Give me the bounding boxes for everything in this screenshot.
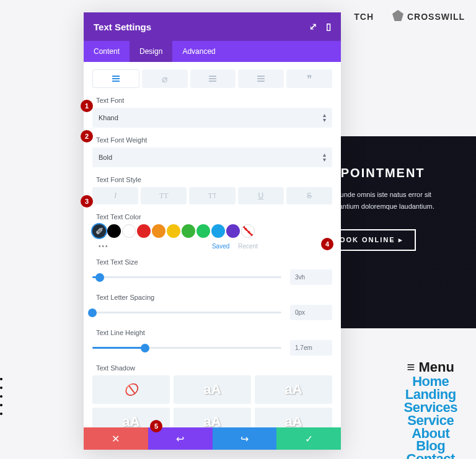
annotation-badge-3: 3 [81, 195, 93, 208]
shadow-label: Text Shadow [92, 364, 332, 372]
panel-title: Text Settings [94, 22, 151, 32]
text-tab-paragraph[interactable] [92, 69, 139, 88]
font-label: Text Font [92, 97, 332, 104]
weight-field: Text Font Weight Bold ▴▾ [92, 136, 332, 167]
shadow-preset-1[interactable]: aA [174, 375, 251, 404]
panel-header: Text Settings ⤢ ▯ [84, 12, 341, 41]
panel-tabs: Content Design Advanced [84, 41, 341, 62]
hero-body: iciatis unde omnis iste natus error sit … [321, 189, 464, 212]
chevron-updown-icon: ▴▾ [323, 113, 326, 123]
smallcaps-button[interactable]: TT [189, 187, 235, 204]
font-field: Text Font Khand ▴▾ [92, 97, 332, 128]
font-select[interactable]: Khand ▴▾ [92, 108, 332, 128]
size-slider[interactable] [92, 271, 281, 284]
annotation-badge-5: 5 [150, 420, 162, 432]
eyedropper-icon[interactable]: ✐ [92, 224, 106, 238]
color-swatch[interactable] [182, 224, 195, 238]
shadow-preset-5[interactable]: aA [255, 408, 332, 427]
letter-field: Text Letter Spacing 0px [92, 294, 332, 320]
mobile-menu: Menu HomeLandingServicesServiceAboutBlog… [403, 359, 457, 459]
text-tab-link[interactable]: ⌀ [142, 69, 188, 88]
cancel-button[interactable]: ✕ [84, 427, 148, 450]
letter-input[interactable]: 0px [290, 305, 332, 320]
line-input[interactable]: 1.7em [290, 340, 332, 356]
expand-icon[interactable]: ⤢ [309, 21, 317, 32]
color-swatch[interactable] [107, 224, 121, 238]
line-field: Text Line Height 1.7em [92, 329, 332, 356]
color-transparent[interactable] [241, 224, 255, 238]
shadow-preset-2[interactable]: aA [255, 375, 332, 404]
annotation-badge-2: 2 [81, 130, 93, 142]
color-swatch[interactable] [167, 224, 180, 238]
text-type-tabs: ⌀ ❞ [92, 69, 332, 88]
panel-action-bar: ✕ ↩ ↪ ✓ [84, 427, 341, 450]
text-tab-ul[interactable] [190, 69, 236, 88]
size-label: Text Text Size [92, 258, 332, 266]
text-tab-ol[interactable] [238, 69, 284, 88]
panel-body: ⌀ ❞ Text Font Khand ▴▾ Text Font Weight … [84, 62, 341, 427]
paragraph-icon [112, 78, 120, 79]
weight-select[interactable]: Bold ▴▾ [92, 147, 332, 167]
recent-colors-tab[interactable]: Recent [238, 243, 258, 250]
page-dots [0, 378, 2, 421]
brand-name: CROSSWILL [407, 12, 465, 22]
color-swatch[interactable] [137, 224, 151, 238]
color-swatch[interactable] [226, 224, 240, 238]
chevron-updown-icon: ▴▾ [323, 152, 326, 162]
menu-items: HomeLandingServicesServiceAboutBlogConta… [403, 375, 457, 459]
weight-label: Text Font Weight [92, 136, 332, 144]
style-field: Text Font Style I TT TT U S [92, 176, 332, 204]
color-swatch[interactable] [152, 224, 165, 238]
tab-design[interactable]: Design [130, 41, 172, 62]
strike-button[interactable]: S [286, 187, 332, 204]
menu-item-contact[interactable]: Contact [403, 453, 457, 459]
redo-button[interactable]: ↪ [213, 427, 277, 450]
save-button[interactable]: ✓ [276, 427, 341, 450]
header-text: TCH [354, 12, 374, 22]
tab-advanced[interactable]: Advanced [172, 41, 225, 62]
annotation-badge-4: 4 [321, 238, 333, 250]
weight-value: Bold [99, 154, 112, 161]
shadow-preset-4[interactable]: aA [174, 408, 251, 427]
brand-logo: CROSSWILL [392, 10, 465, 23]
site-header: TCH CROSSWILL [354, 10, 465, 23]
responsive-icon[interactable]: ▯ [326, 21, 331, 32]
line-label: Text Line Height [92, 329, 332, 336]
size-input[interactable]: 3vh [290, 269, 332, 285]
underline-button[interactable]: U [238, 187, 284, 204]
brand-logo-icon [392, 10, 403, 23]
more-colors-icon[interactable]: ••• [99, 243, 109, 250]
saved-colors-tab[interactable]: Saved [212, 243, 229, 250]
text-tab-quote[interactable]: ❞ [286, 69, 332, 88]
size-field: Text Text Size 3vh [92, 258, 332, 285]
ol-icon [257, 78, 265, 79]
color-field: Text Text Color ✐ ••• Saved Recent [92, 213, 332, 250]
line-slider[interactable] [92, 342, 281, 354]
text-settings-panel: Text Settings ⤢ ▯ Content Design Advance… [84, 12, 341, 450]
style-label: Text Font Style [92, 176, 332, 183]
color-swatches: ✐ [92, 224, 332, 238]
annotation-badge-1: 1 [81, 100, 93, 112]
color-swatch[interactable] [122, 224, 136, 238]
letter-slider[interactable] [92, 307, 281, 319]
color-swatch[interactable] [211, 224, 225, 238]
tab-content[interactable]: Content [84, 41, 130, 62]
color-label: Text Text Color [92, 213, 332, 221]
font-value: Khand [99, 114, 118, 121]
uppercase-button[interactable]: TT [141, 187, 187, 204]
letter-label: Text Letter Spacing [92, 294, 332, 301]
hero-title: APPOINTMENT [321, 166, 464, 180]
list-icon [209, 78, 216, 79]
shadow-none[interactable]: 🚫 [92, 375, 170, 404]
italic-button[interactable]: I [92, 187, 138, 204]
color-swatch[interactable] [196, 224, 210, 238]
shadow-field: Text Shadow 🚫 aA aA aA aA aA [92, 364, 332, 427]
